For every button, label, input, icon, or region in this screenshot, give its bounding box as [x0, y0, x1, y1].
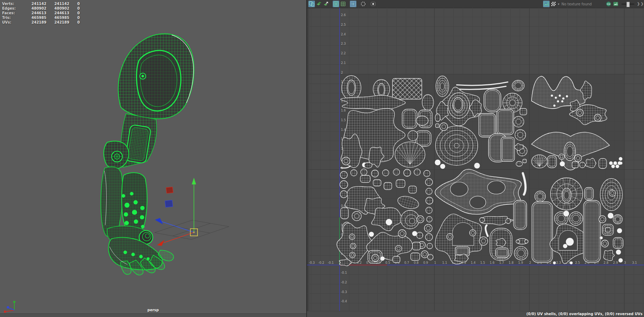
uv-shell[interactable]: [555, 97, 557, 99]
uv-shell[interactable]: [559, 154, 565, 160]
uv-shell[interactable]: [532, 202, 553, 263]
uv-shell[interactable]: [404, 169, 411, 177]
uv-shell[interactable]: [435, 126, 478, 165]
uv-shell[interactable]: [563, 244, 567, 248]
uv-shell-border-icon[interactable]: [308, 1, 315, 7]
uv-shell[interactable]: [613, 215, 623, 224]
uv-shell[interactable]: [440, 164, 445, 169]
uv-shell[interactable]: [479, 114, 496, 137]
uv-shell[interactable]: [611, 165, 615, 168]
uv-shell[interactable]: [564, 211, 569, 217]
uv-shell[interactable]: [532, 155, 547, 168]
uv-shell[interactable]: [560, 162, 565, 167]
unstack-shells-icon[interactable]: [323, 1, 329, 7]
uv-shell[interactable]: [453, 98, 463, 112]
uv-shell[interactable]: [535, 191, 546, 202]
uv-shell[interactable]: [580, 162, 585, 168]
uv-shell[interactable]: [547, 156, 557, 168]
uv-shell[interactable]: [424, 170, 430, 177]
uv-shell[interactable]: [614, 162, 617, 165]
rgb-channels-icon[interactable]: RGB: [605, 1, 612, 7]
uv-shell[interactable]: [424, 224, 432, 232]
uv-shell[interactable]: [435, 160, 440, 165]
uv-shell[interactable]: [600, 237, 603, 239]
uv-shell[interactable]: [569, 212, 583, 226]
uv-shell[interactable]: [402, 109, 417, 129]
uv-shell[interactable]: [525, 240, 528, 243]
uv-shell[interactable]: [562, 188, 571, 203]
uv-shell[interactable]: [584, 200, 601, 263]
uv-shell[interactable]: [616, 250, 621, 255]
uv-shell[interactable]: [479, 237, 488, 246]
uv-shell[interactable]: [608, 213, 614, 219]
uv-shell[interactable]: [435, 114, 440, 122]
uv-shell[interactable]: [351, 170, 357, 176]
uv-shell[interactable]: [523, 159, 526, 163]
uv-shell[interactable]: [516, 162, 522, 167]
uv-shell[interactable]: [384, 183, 392, 190]
uv-shell[interactable]: [440, 123, 448, 131]
grid-icon[interactable]: [340, 1, 346, 7]
slider-handle[interactable]: [626, 2, 630, 7]
shade-uvs-icon[interactable]: [370, 1, 376, 7]
uv-shell[interactable]: [436, 76, 449, 97]
uv-shell[interactable]: [557, 100, 559, 103]
uv-shell[interactable]: [564, 142, 576, 161]
perspective-viewport[interactable]: Verts:2411422411420Edges:4809024809020Fa…: [0, 0, 306, 317]
uv-shell[interactable]: [349, 234, 355, 240]
uv-shell[interactable]: [422, 95, 434, 110]
uv-shell[interactable]: [350, 252, 355, 258]
texture-dropdown-caret[interactable]: ▾: [558, 3, 559, 6]
uv-shell[interactable]: [347, 80, 356, 96]
uv-shell[interactable]: [613, 238, 623, 249]
uv-shell[interactable]: [342, 157, 350, 165]
uv-shell[interactable]: [386, 219, 392, 226]
uv-shell[interactable]: [606, 228, 610, 232]
uv-shell[interactable]: [414, 169, 420, 175]
uv-shell[interactable]: [559, 95, 561, 97]
uv-shell[interactable]: [469, 230, 476, 236]
uv-shell[interactable]: [421, 251, 428, 258]
image-exposure-slider[interactable]: [621, 4, 634, 5]
uv-shell[interactable]: [566, 95, 568, 98]
uv-shell[interactable]: [426, 197, 433, 204]
uv-shell[interactable]: [619, 157, 623, 161]
uv-shell[interactable]: [352, 212, 361, 221]
uv-shell[interactable]: [371, 170, 379, 177]
uv-shell[interactable]: [350, 243, 356, 249]
uv-shell[interactable]: [340, 172, 347, 179]
uv-shell[interactable]: [369, 232, 374, 237]
uv-shell[interactable]: [512, 80, 524, 91]
uv-shell[interactable]: [408, 131, 418, 141]
uv-shell[interactable]: [380, 257, 385, 261]
uv-shell[interactable]: [497, 109, 514, 135]
uv-grid-canvas[interactable]: -0.3-0.2-0.100.10.20.30.40.50.60.70.80.9…: [307, 8, 644, 311]
uv-shell[interactable]: [484, 89, 501, 112]
uv-shell[interactable]: [396, 180, 405, 188]
uv-shell[interactable]: [609, 162, 613, 165]
uv-shell[interactable]: [585, 188, 594, 200]
display-image-icon[interactable]: [543, 1, 550, 7]
uv-shell[interactable]: [566, 238, 574, 246]
uv-shell[interactable]: [398, 230, 406, 238]
uv-shell[interactable]: [425, 179, 433, 186]
uv-shell[interactable]: [496, 248, 508, 258]
uv-shell[interactable]: [553, 105, 556, 107]
uv-shell[interactable]: [382, 170, 389, 176]
tile-grid-icon[interactable]: [333, 1, 339, 7]
uv-shell[interactable]: [373, 180, 381, 186]
uv-shell[interactable]: [340, 181, 348, 189]
uv-shell[interactable]: [514, 246, 528, 260]
uv-shell[interactable]: [561, 100, 564, 103]
uv-shell[interactable]: [562, 98, 565, 100]
uv-shell[interactable]: [474, 163, 480, 169]
manipulator-z-axis[interactable]: [162, 222, 194, 232]
uv-shell[interactable]: [393, 169, 400, 175]
uv-shell[interactable]: [417, 216, 424, 223]
uv-shell[interactable]: [426, 217, 432, 222]
uv-shell[interactable]: [425, 234, 433, 241]
pixel-snap-icon[interactable]: [350, 1, 356, 7]
uv-shell[interactable]: [413, 242, 420, 250]
uv-shell[interactable]: [553, 262, 556, 264]
uv-shell[interactable]: [360, 175, 370, 183]
